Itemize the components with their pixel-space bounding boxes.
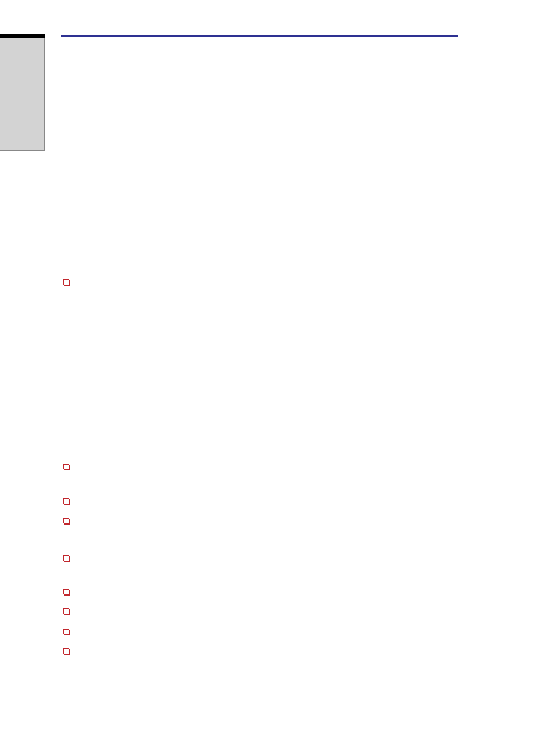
- sidebar-tab-black: [0, 34, 45, 38]
- header-rule: [61, 35, 458, 37]
- checkbox-bullet-icon: [63, 555, 70, 563]
- checkbox-bullet-icon: [63, 608, 70, 616]
- checkbox-bullet-icon: [63, 648, 70, 655]
- sidebar-box-grey: [0, 38, 45, 151]
- checkbox-bullet-icon: [63, 588, 70, 596]
- checkbox-bullet-icon: [63, 498, 70, 505]
- checkbox-bullet-icon: [63, 463, 70, 471]
- checkbox-bullet-icon: [63, 628, 70, 636]
- checkbox-bullet-icon: [63, 278, 70, 286]
- checkbox-bullet-icon: [63, 517, 70, 525]
